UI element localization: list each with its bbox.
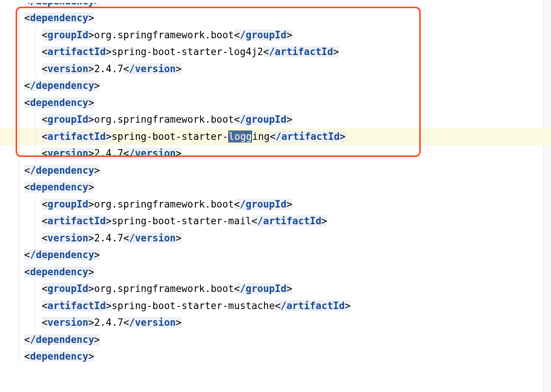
code-line[interactable]: <version>2.4.7</version> <box>0 230 551 247</box>
code-line[interactable]: <dependency> <box>0 348 551 365</box>
code-line[interactable]: <artifactId>spring-boot-starter-logging<… <box>0 128 551 145</box>
code-line[interactable]: </dependency> <box>0 162 551 179</box>
code-line[interactable]: </dependency> <box>0 247 551 264</box>
code-line[interactable]: <artifactId>spring-boot-starter-log4j2</… <box>0 44 551 61</box>
code-line[interactable]: <version>2.4.7</version> <box>0 61 551 78</box>
code-line[interactable]: <version>2.4.7</version> <box>0 314 551 331</box>
code-line[interactable]: <groupId>org.springframework.boot</group… <box>0 280 551 298</box>
code-line[interactable]: <dependency> <box>0 94 551 112</box>
code-line[interactable]: <groupId>org.springframework.boot</group… <box>0 111 551 128</box>
code-line[interactable]: <artifactId>spring-boot-starter-mail</ar… <box>0 213 551 230</box>
code-line[interactable]: </dependency> <box>0 77 551 94</box>
code-editor[interactable]: </dependency> <dependency> <groupId>org.… <box>0 3 551 365</box>
code-line[interactable]: <dependency> <box>0 179 551 196</box>
code-line[interactable]: </dependency> <box>0 331 551 348</box>
code-line[interactable]: <dependency> <box>0 10 551 27</box>
code-line[interactable]: <groupId>org.springframework.boot</group… <box>0 196 551 213</box>
code-line[interactable]: <groupId>org.springframework.boot</group… <box>0 27 551 44</box>
code-line[interactable]: <dependency> <box>0 264 551 281</box>
code-line[interactable]: <artifactId>spring-boot-starter-mustache… <box>0 298 551 315</box>
code-line[interactable]: <version>2.4.7</version> <box>0 145 551 162</box>
text-selection: logg <box>228 131 252 142</box>
